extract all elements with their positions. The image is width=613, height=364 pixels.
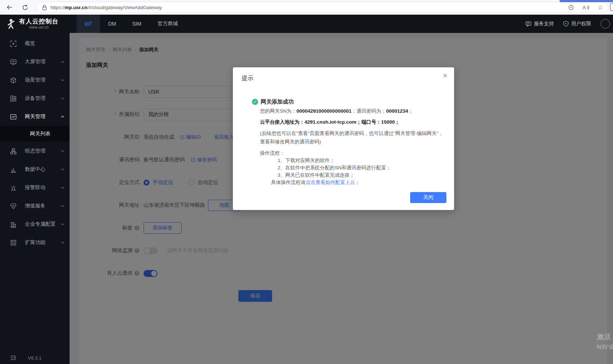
- bar-chart-icon: [10, 166, 16, 173]
- comm-password-value: 00001234: [386, 108, 408, 114]
- chevron-down-icon: [61, 223, 64, 225]
- platform-address-line: 云平台接入地址为：4291.cnsh.iot-tcp.com；端口号：15000…: [260, 119, 445, 126]
- chevron-down-icon: [61, 241, 64, 244]
- brand-title: 有人云控制台: [19, 18, 59, 25]
- dialog-title: 提示: [242, 75, 253, 82]
- close-icon[interactable]: [443, 72, 447, 80]
- sidebar-item-label: 扩展功能: [25, 239, 45, 246]
- sidebar-item-scene-mgmt[interactable]: 场景管理: [0, 71, 70, 89]
- favorite-star-icon[interactable]: [598, 4, 603, 11]
- sidebar-item-gateway-mgmt[interactable]: 网关管理: [0, 108, 70, 126]
- collapse-sidebar-icon[interactable]: [10, 355, 16, 360]
- app-header: 有人云控制台 www.usr.cn IoT DM SIM 官方商城 服务支持 用…: [0, 15, 613, 33]
- service-support-button[interactable]: 服务支持: [525, 20, 554, 27]
- sidebar: 概览 大屏管理 场景管理 设备管理 网关管理 网关列表 组态管理: [0, 33, 70, 364]
- success-check-icon: [252, 99, 258, 105]
- header-nav: IoT DM SIM 官方商城: [77, 15, 186, 33]
- sidebar-item-label: 概览: [25, 40, 35, 47]
- sidebar-item-alarm-linkage[interactable]: 报警联动: [0, 179, 70, 197]
- chevron-down-icon: [61, 205, 64, 207]
- tab-mall[interactable]: 官方商城: [149, 15, 186, 33]
- watermark-line1: 激活: [597, 332, 613, 342]
- sidebar-item-label: 设备管理: [25, 95, 45, 102]
- config-guide-link[interactable]: 点击查看如何配置上云: [306, 180, 355, 185]
- chevron-down-icon: [61, 97, 64, 100]
- apps-grid-icon: [10, 240, 16, 246]
- user-permissions-button[interactable]: 用户权限: [563, 20, 591, 27]
- service-support-label: 服务支持: [534, 20, 554, 27]
- back-arrow-icon: [7, 4, 13, 10]
- chevron-up-icon: [61, 116, 64, 118]
- chevron-down-icon: [61, 168, 64, 170]
- lock-icon: [42, 5, 47, 10]
- sidebar-item-label: 数据中心: [25, 166, 45, 173]
- sidebar-item-extensions[interactable]: 扩展功能: [0, 233, 70, 252]
- user-permissions-label: 用户权限: [571, 20, 591, 27]
- watermark-line2: 转到"设: [597, 344, 613, 350]
- chevron-down-icon: [61, 150, 64, 152]
- sidebar-item-label: 报警联动: [25, 184, 45, 191]
- tab-iot[interactable]: IoT: [77, 15, 100, 33]
- usr-mascot-icon: [6, 18, 16, 29]
- sidebar-item-label: 企业专属配置: [25, 221, 56, 228]
- chevron-down-icon: [61, 187, 64, 189]
- gateway-chart-icon: [10, 114, 16, 120]
- platform-port-value: 15000: [381, 119, 395, 125]
- chevron-down-icon: [61, 79, 64, 81]
- refresh-button[interactable]: [20, 2, 30, 12]
- topology-icon: [10, 148, 16, 154]
- overview-icon: [10, 41, 16, 47]
- brand-subtitle: www.usr.cn: [19, 25, 59, 30]
- svg-text:A: A: [583, 5, 586, 10]
- browser-tab-indicator: [560, 0, 613, 2]
- avatar[interactable]: [601, 19, 610, 29]
- browser-partial-icon: [610, 3, 613, 11]
- dialog-body: 网关添加成功 您的网关SN为：00004291000000000001；通讯密码…: [260, 98, 445, 186]
- sn-line: 您的网关SN为：00004291000000000001；通讯密码为：00001…: [260, 108, 445, 115]
- page-url: https://mp.usr.cn/#/cloud/gateway/ViewAd…: [51, 5, 162, 10]
- shield-icon: [563, 21, 569, 27]
- back-button[interactable]: [4, 2, 15, 12]
- tab-dm[interactable]: DM: [100, 15, 124, 33]
- screen-icon: [10, 59, 16, 65]
- building-icon: [10, 221, 16, 228]
- sidebar-item-data-center[interactable]: 数据中心: [0, 160, 70, 179]
- sidebar-item-label: 大屏管理: [25, 59, 45, 65]
- device-grid-icon: [10, 95, 16, 102]
- brand-logo: 有人云控制台 www.usr.cn: [0, 15, 70, 33]
- windows-activation-watermark: 激活 转到"设: [597, 332, 613, 350]
- sidebar-item-enterprise-config[interactable]: 企业专属配置: [0, 215, 70, 233]
- sidebar-item-screen-mgmt[interactable]: 大屏管理: [0, 53, 70, 71]
- address-bar[interactable]: https://mp.usr.cn/#/cloud/gateway/ViewAd…: [37, 2, 609, 13]
- success-title: 网关添加成功: [261, 98, 294, 105]
- sidebar-item-gateway-list[interactable]: 网关列表: [0, 126, 70, 142]
- read-aloud-icon[interactable]: A: [582, 4, 590, 11]
- sidebar-item-value-services[interactable]: 增值服务: [0, 197, 70, 215]
- chevron-down-icon: [61, 61, 64, 63]
- sidebar-item-label: 场景管理: [25, 77, 45, 83]
- flow-step: 2、在软件中把系统分配的SN和通讯密码进行配置；: [278, 164, 445, 172]
- sidebar-item-label: 网关管理: [25, 113, 45, 120]
- sidebar-item-device-mgmt[interactable]: 设备管理: [0, 89, 70, 108]
- app-version: V6.3.1: [28, 355, 42, 361]
- tab-sim[interactable]: SIM: [124, 15, 149, 33]
- sidebar-item-label: 增值服务: [25, 203, 45, 209]
- gateway-sn-value: 00004291000000000001: [297, 108, 352, 114]
- flow-title: 操作流程：: [260, 150, 445, 157]
- sidebar-item-config-mgmt[interactable]: 组态管理: [0, 142, 70, 160]
- browser-toolbar: https://mp.usr.cn/#/cloud/gateway/ViewAd…: [0, 0, 613, 15]
- platform-host-value: 4291.cnsh.iot-tcp.com: [305, 119, 357, 125]
- sidebar-item-overview[interactable]: 概览: [0, 34, 70, 53]
- location-icon[interactable]: [568, 4, 574, 11]
- refresh-icon: [22, 4, 28, 11]
- sidebar-subitem-label: 网关列表: [30, 131, 51, 137]
- dialog-note: (后续您也可以在"查看"页面查看网关的通讯密码，也可以通过"网关管理-编辑网关"…: [260, 129, 445, 146]
- close-button[interactable]: 关闭: [410, 192, 446, 203]
- flow-step: 3、网关已在软件中配置完成连接；: [278, 172, 445, 179]
- flow-steps: 1、下载对应网关的软件； 2、在软件中把系统分配的SN和通讯密码进行配置； 3、…: [278, 157, 445, 179]
- scene-cube-icon: [10, 77, 16, 83]
- alarm-icon: [10, 185, 16, 191]
- chat-icon: [525, 21, 531, 27]
- flow-step: 1、下载对应网关的软件；: [278, 157, 445, 164]
- gem-shield-icon: [10, 203, 16, 209]
